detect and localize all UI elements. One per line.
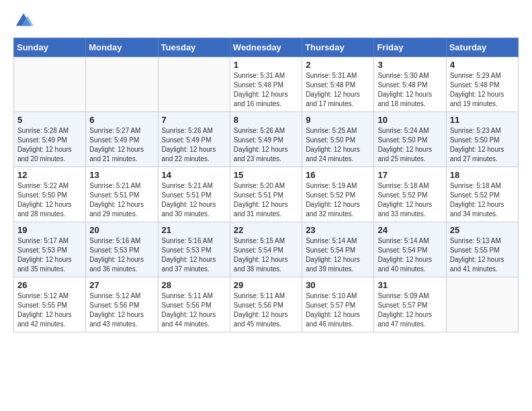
day-number: 8 bbox=[234, 115, 298, 125]
day-info: Sunrise: 5:10 AM Sunset: 5:57 PM Dayligh… bbox=[306, 291, 370, 329]
day-number: 10 bbox=[378, 115, 442, 125]
day-number: 12 bbox=[17, 170, 82, 180]
calendar-cell: 15Sunrise: 5:20 AM Sunset: 5:51 PM Dayli… bbox=[230, 167, 302, 222]
calendar-cell: 14Sunrise: 5:21 AM Sunset: 5:51 PM Dayli… bbox=[158, 167, 230, 222]
day-number: 2 bbox=[306, 60, 370, 70]
day-info: Sunrise: 5:29 AM Sunset: 5:48 PM Dayligh… bbox=[450, 71, 515, 109]
day-info: Sunrise: 5:22 AM Sunset: 5:50 PM Dayligh… bbox=[17, 181, 82, 219]
calendar-cell: 21Sunrise: 5:16 AM Sunset: 5:53 PM Dayli… bbox=[158, 222, 230, 277]
day-number: 30 bbox=[306, 280, 370, 290]
calendar-week-2: 5Sunrise: 5:28 AM Sunset: 5:49 PM Daylig… bbox=[14, 112, 519, 167]
calendar-week-4: 19Sunrise: 5:17 AM Sunset: 5:53 PM Dayli… bbox=[14, 222, 519, 277]
calendar-cell: 6Sunrise: 5:27 AM Sunset: 5:49 PM Daylig… bbox=[86, 112, 158, 167]
day-number: 19 bbox=[17, 225, 82, 235]
calendar-cell: 26Sunrise: 5:12 AM Sunset: 5:55 PM Dayli… bbox=[14, 277, 86, 332]
day-number: 28 bbox=[162, 280, 226, 290]
calendar-cell: 24Sunrise: 5:14 AM Sunset: 5:54 PM Dayli… bbox=[374, 222, 446, 277]
day-number: 22 bbox=[234, 225, 298, 235]
day-number: 14 bbox=[162, 170, 226, 180]
day-info: Sunrise: 5:26 AM Sunset: 5:49 PM Dayligh… bbox=[234, 126, 298, 164]
day-info: Sunrise: 5:14 AM Sunset: 5:54 PM Dayligh… bbox=[378, 236, 442, 274]
day-info: Sunrise: 5:19 AM Sunset: 5:52 PM Dayligh… bbox=[306, 181, 370, 219]
day-info: Sunrise: 5:09 AM Sunset: 5:57 PM Dayligh… bbox=[378, 291, 442, 329]
calendar-cell: 7Sunrise: 5:26 AM Sunset: 5:49 PM Daylig… bbox=[158, 112, 230, 167]
day-info: Sunrise: 5:23 AM Sunset: 5:50 PM Dayligh… bbox=[450, 126, 515, 164]
day-number: 18 bbox=[450, 170, 515, 180]
day-number: 16 bbox=[306, 170, 370, 180]
day-info: Sunrise: 5:30 AM Sunset: 5:48 PM Dayligh… bbox=[378, 71, 442, 109]
day-info: Sunrise: 5:17 AM Sunset: 5:53 PM Dayligh… bbox=[17, 236, 82, 274]
calendar-cell: 19Sunrise: 5:17 AM Sunset: 5:53 PM Dayli… bbox=[14, 222, 86, 277]
day-info: Sunrise: 5:13 AM Sunset: 5:55 PM Dayligh… bbox=[450, 236, 515, 274]
day-number: 11 bbox=[450, 115, 515, 125]
calendar-cell: 31Sunrise: 5:09 AM Sunset: 5:57 PM Dayli… bbox=[374, 277, 446, 332]
day-number: 4 bbox=[450, 60, 515, 70]
day-number: 1 bbox=[234, 60, 298, 70]
day-info: Sunrise: 5:14 AM Sunset: 5:54 PM Dayligh… bbox=[306, 236, 370, 274]
calendar-cell: 8Sunrise: 5:26 AM Sunset: 5:49 PM Daylig… bbox=[230, 112, 302, 167]
day-info: Sunrise: 5:20 AM Sunset: 5:51 PM Dayligh… bbox=[234, 181, 298, 219]
calendar-cell: 5Sunrise: 5:28 AM Sunset: 5:49 PM Daylig… bbox=[14, 112, 86, 167]
day-header-monday: Monday bbox=[86, 38, 158, 57]
calendar-cell bbox=[86, 57, 158, 112]
logo-icon bbox=[13, 11, 34, 31]
calendar-cell: 25Sunrise: 5:13 AM Sunset: 5:55 PM Dayli… bbox=[446, 222, 518, 277]
calendar-cell: 12Sunrise: 5:22 AM Sunset: 5:50 PM Dayli… bbox=[14, 167, 86, 222]
day-info: Sunrise: 5:12 AM Sunset: 5:56 PM Dayligh… bbox=[89, 291, 154, 329]
day-info: Sunrise: 5:12 AM Sunset: 5:55 PM Dayligh… bbox=[17, 291, 82, 329]
calendar-cell: 30Sunrise: 5:10 AM Sunset: 5:57 PM Dayli… bbox=[302, 277, 374, 332]
calendar-cell: 17Sunrise: 5:18 AM Sunset: 5:52 PM Dayli… bbox=[374, 167, 446, 222]
calendar-cell: 20Sunrise: 5:16 AM Sunset: 5:53 PM Dayli… bbox=[86, 222, 158, 277]
day-info: Sunrise: 5:11 AM Sunset: 5:56 PM Dayligh… bbox=[162, 291, 226, 329]
calendar-cell: 29Sunrise: 5:11 AM Sunset: 5:56 PM Dayli… bbox=[230, 277, 302, 332]
calendar-cell: 23Sunrise: 5:14 AM Sunset: 5:54 PM Dayli… bbox=[302, 222, 374, 277]
calendar-cell bbox=[14, 57, 86, 112]
day-info: Sunrise: 5:31 AM Sunset: 5:48 PM Dayligh… bbox=[306, 71, 370, 109]
day-info: Sunrise: 5:27 AM Sunset: 5:49 PM Dayligh… bbox=[89, 126, 154, 164]
day-number: 21 bbox=[162, 225, 226, 235]
day-number: 7 bbox=[162, 115, 226, 125]
page-header bbox=[13, 11, 519, 31]
day-number: 5 bbox=[17, 115, 82, 125]
calendar-cell: 28Sunrise: 5:11 AM Sunset: 5:56 PM Dayli… bbox=[158, 277, 230, 332]
day-number: 27 bbox=[89, 280, 154, 290]
day-number: 20 bbox=[89, 225, 154, 235]
day-info: Sunrise: 5:18 AM Sunset: 5:52 PM Dayligh… bbox=[450, 181, 515, 219]
calendar-week-3: 12Sunrise: 5:22 AM Sunset: 5:50 PM Dayli… bbox=[14, 167, 519, 222]
day-info: Sunrise: 5:21 AM Sunset: 5:51 PM Dayligh… bbox=[162, 181, 226, 219]
day-header-tuesday: Tuesday bbox=[158, 38, 230, 57]
day-info: Sunrise: 5:25 AM Sunset: 5:50 PM Dayligh… bbox=[306, 126, 370, 164]
calendar-cell: 16Sunrise: 5:19 AM Sunset: 5:52 PM Dayli… bbox=[302, 167, 374, 222]
logo bbox=[13, 11, 36, 31]
day-header-sunday: Sunday bbox=[14, 38, 86, 57]
day-number: 13 bbox=[89, 170, 154, 180]
day-info: Sunrise: 5:11 AM Sunset: 5:56 PM Dayligh… bbox=[234, 291, 298, 329]
calendar-cell: 2Sunrise: 5:31 AM Sunset: 5:48 PM Daylig… bbox=[302, 57, 374, 112]
day-info: Sunrise: 5:18 AM Sunset: 5:52 PM Dayligh… bbox=[378, 181, 442, 219]
calendar-cell: 27Sunrise: 5:12 AM Sunset: 5:56 PM Dayli… bbox=[86, 277, 158, 332]
day-number: 29 bbox=[234, 280, 298, 290]
day-info: Sunrise: 5:24 AM Sunset: 5:50 PM Dayligh… bbox=[378, 126, 442, 164]
calendar-cell: 3Sunrise: 5:30 AM Sunset: 5:48 PM Daylig… bbox=[374, 57, 446, 112]
day-number: 31 bbox=[378, 280, 442, 290]
day-number: 25 bbox=[450, 225, 515, 235]
day-number: 6 bbox=[89, 115, 154, 125]
day-number: 17 bbox=[378, 170, 442, 180]
calendar-week-1: 1Sunrise: 5:31 AM Sunset: 5:48 PM Daylig… bbox=[14, 57, 519, 112]
calendar-cell bbox=[158, 57, 230, 112]
day-info: Sunrise: 5:28 AM Sunset: 5:49 PM Dayligh… bbox=[17, 126, 82, 164]
day-number: 15 bbox=[234, 170, 298, 180]
day-number: 26 bbox=[17, 280, 82, 290]
calendar-cell: 13Sunrise: 5:21 AM Sunset: 5:51 PM Dayli… bbox=[86, 167, 158, 222]
day-number: 3 bbox=[378, 60, 442, 70]
calendar-week-5: 26Sunrise: 5:12 AM Sunset: 5:55 PM Dayli… bbox=[14, 277, 519, 332]
day-number: 23 bbox=[306, 225, 370, 235]
calendar-header-row: SundayMondayTuesdayWednesdayThursdayFrid… bbox=[14, 38, 519, 57]
day-info: Sunrise: 5:15 AM Sunset: 5:54 PM Dayligh… bbox=[234, 236, 298, 274]
calendar-cell bbox=[446, 277, 518, 332]
calendar-cell: 10Sunrise: 5:24 AM Sunset: 5:50 PM Dayli… bbox=[374, 112, 446, 167]
day-info: Sunrise: 5:16 AM Sunset: 5:53 PM Dayligh… bbox=[162, 236, 226, 274]
day-header-thursday: Thursday bbox=[302, 38, 374, 57]
calendar-cell: 1Sunrise: 5:31 AM Sunset: 5:48 PM Daylig… bbox=[230, 57, 302, 112]
day-number: 24 bbox=[378, 225, 442, 235]
